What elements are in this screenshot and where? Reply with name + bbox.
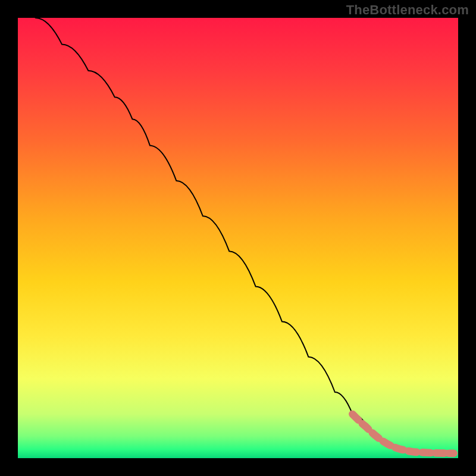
chart-svg: [18, 18, 458, 458]
marker-dot: [450, 450, 457, 456]
plot-area: [18, 18, 458, 458]
marker-dot: [437, 450, 444, 456]
watermark-text: TheBottleneck.com: [346, 2, 469, 18]
heatmap-background: [18, 18, 458, 458]
marker-dot: [428, 450, 435, 456]
marker-dot: [444, 450, 450, 456]
marker-dot: [419, 449, 426, 456]
chart-frame: TheBottleneck.com: [0, 0, 476, 476]
